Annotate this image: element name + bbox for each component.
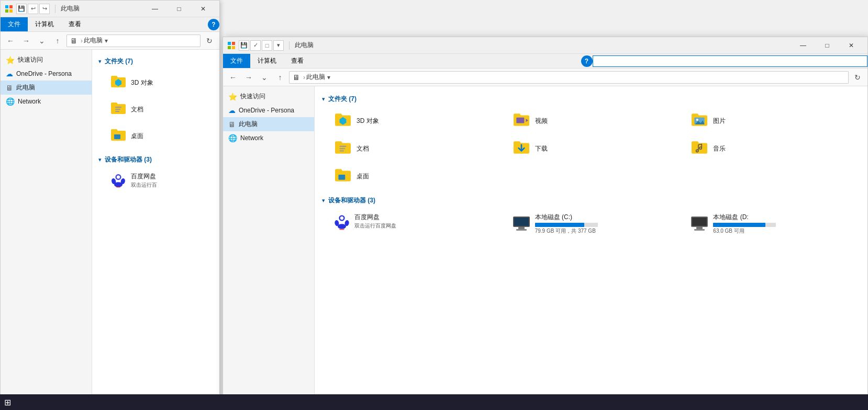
- up-button-1[interactable]: ↑: [51, 34, 64, 48]
- folder-doc-2[interactable]: 文档: [330, 136, 504, 161]
- svg-rect-38: [518, 227, 525, 229]
- svg-point-30: [340, 217, 343, 220]
- close-button-2[interactable]: ✕: [839, 37, 863, 54]
- drive-c-2[interactable]: 本地磁盘 (C:) 79.9 GB 可用，共 377 GB: [509, 210, 682, 237]
- back-button-2[interactable]: ←: [226, 71, 240, 84]
- svg-rect-41: [692, 218, 707, 226]
- sidebar-item-onedrive-2[interactable]: ☁ OneDrive - Persona: [223, 104, 314, 117]
- folder-3d-1[interactable]: 3D 对象: [107, 71, 213, 95]
- drive-d-bar-2: [713, 223, 765, 227]
- folder-download-2[interactable]: 下载: [509, 136, 682, 161]
- menu-tab-view-1[interactable]: 查看: [61, 17, 88, 31]
- refresh-button-2[interactable]: ↻: [851, 71, 864, 84]
- baidu-sub-1: 双击运行百: [131, 181, 157, 189]
- menu-tab-computer-2[interactable]: 计算机: [250, 54, 284, 68]
- sidebar-label-this-pc-1: 此电脑: [16, 83, 35, 92]
- address-dropdown-1[interactable]: ▾: [105, 37, 108, 44]
- folder-3d-2[interactable]: 3D 对象: [330, 109, 504, 133]
- forward-button-2[interactable]: →: [242, 71, 255, 84]
- help-button-2[interactable]: ?: [581, 55, 593, 67]
- maximize-button-2[interactable]: □: [815, 37, 839, 54]
- devices-toggle-2[interactable]: ▾: [322, 197, 325, 204]
- folder-music-label-2: 音乐: [713, 144, 726, 153]
- menu-tab-computer-1[interactable]: 计算机: [28, 17, 61, 31]
- sidebar-label-network-2: Network: [240, 134, 263, 142]
- baidu-sub-2: 双击运行百度网盘: [354, 222, 396, 230]
- forward-button-1[interactable]: →: [19, 34, 33, 48]
- folder-video-2[interactable]: 视频: [509, 109, 682, 133]
- undo-icon[interactable]: ↩: [28, 4, 38, 14]
- svg-rect-25: [340, 146, 347, 147]
- drive-baidu-1[interactable]: 百度网盘 双击运行百: [107, 169, 213, 191]
- sidebar-item-network-1[interactable]: 🌐 Network: [1, 95, 92, 108]
- svg-rect-42: [696, 227, 703, 229]
- star-icon-2: ⭐: [228, 93, 237, 101]
- sidebar-label-onedrive-2: OneDrive - Persona: [239, 107, 294, 114]
- check-icon-2[interactable]: ✓: [250, 40, 261, 51]
- folder-desktop-2[interactable]: 桌面: [330, 164, 504, 189]
- new-icon-2[interactable]: □: [262, 40, 272, 51]
- separator: [55, 5, 55, 13]
- sidebar-item-this-pc-2[interactable]: 🖥 此电脑: [223, 117, 314, 131]
- menu-tab-file-1[interactable]: 文件: [1, 17, 28, 31]
- redo-icon[interactable]: ↪: [39, 4, 50, 14]
- save-icon-2[interactable]: 💾: [239, 40, 249, 51]
- address-text-2: 此电脑: [306, 73, 325, 82]
- recent-button-2[interactable]: ⌄: [258, 71, 271, 84]
- folder-desktop-icon: [110, 127, 127, 145]
- address-bar-1[interactable]: 🖥 › 此电脑 ▾: [66, 35, 201, 47]
- pc-icon-2: 🖥: [228, 120, 236, 129]
- sidebar-item-network-2[interactable]: 🌐 Network: [223, 131, 314, 145]
- help-button-1[interactable]: ?: [208, 19, 219, 30]
- search-box-2[interactable]: [593, 55, 868, 67]
- drive-d-info-2: 本地磁盘 (D: 63.0 GB 可用: [713, 213, 776, 235]
- sidebar-item-quick-access-2[interactable]: ⭐ 快速访问: [223, 89, 314, 104]
- taskbar-start[interactable]: ⊞: [4, 397, 11, 407]
- refresh-button-1[interactable]: ↻: [203, 34, 216, 48]
- devices-toggle-1[interactable]: ▾: [98, 156, 102, 163]
- baidu-name-2: 百度网盘: [354, 213, 396, 222]
- drive-d-name-2: 本地磁盘 (D:: [713, 213, 776, 222]
- drive-d-free-2: 63.0 GB 可用: [713, 227, 776, 235]
- window-title-2: 此电脑: [295, 41, 540, 50]
- svg-rect-6: [115, 109, 120, 110]
- sidebar-item-quick-access-1[interactable]: ⭐ 快速访问: [1, 53, 92, 67]
- recent-button-1[interactable]: ⌄: [35, 34, 49, 48]
- folder-doc-label-2: 文档: [357, 144, 369, 153]
- back-button-1[interactable]: ←: [4, 34, 17, 48]
- address-bar-2[interactable]: 🖥 › 此电脑 ▾: [289, 71, 849, 84]
- up-button-2[interactable]: ↑: [273, 71, 287, 84]
- drive-d-2[interactable]: 本地磁盘 (D: 63.0 GB 可用: [687, 210, 860, 237]
- pc-icon-addr-1: 🖥: [70, 37, 77, 45]
- cloud-icon: ☁: [6, 70, 13, 78]
- menu-bar-1: 文件 计算机 查看 ?: [1, 17, 219, 32]
- maximize-button-1[interactable]: □: [167, 1, 191, 17]
- folder-music-2[interactable]: 音乐: [687, 136, 860, 161]
- sidebar-item-onedrive-1[interactable]: ☁ OneDrive - Persona: [1, 67, 92, 81]
- menu-tab-view-2[interactable]: 查看: [284, 54, 311, 68]
- menu-tab-file-2[interactable]: 文件: [223, 54, 250, 68]
- minimize-button-1[interactable]: —: [143, 1, 167, 17]
- folder-doc-label-1: 文档: [131, 105, 143, 114]
- minimize-button-2[interactable]: —: [791, 37, 815, 54]
- drive-baidu-2[interactable]: 百度网盘 双击运行百度网盘: [330, 210, 504, 237]
- folders-grid-2: 3D 对象 视频: [330, 109, 860, 189]
- save-icon[interactable]: 💾: [16, 4, 27, 14]
- folder-desktop-1[interactable]: 桌面: [107, 124, 213, 148]
- close-button-1[interactable]: ✕: [191, 1, 215, 17]
- folder-download-label-2: 下载: [535, 144, 548, 153]
- cloud-icon-2: ☁: [228, 106, 236, 115]
- sidebar-item-this-pc-1[interactable]: 🖥 此电脑: [1, 81, 92, 95]
- drive-c-icon: [512, 214, 531, 233]
- folder-download-icon-2: [512, 139, 531, 158]
- drop-icon-2[interactable]: ▾: [273, 40, 284, 51]
- folder-pictures-2[interactable]: 图片: [687, 109, 860, 133]
- address-dropdown-2[interactable]: ▾: [327, 74, 330, 81]
- folders-toggle-2[interactable]: ▾: [322, 96, 325, 102]
- folders-section-title-2: 文件夹 (7): [328, 95, 357, 104]
- drive-d-icon: [690, 214, 709, 233]
- window-controls-1: — □ ✕: [143, 1, 215, 17]
- folder-video-icon-2: [512, 111, 531, 131]
- folder-doc-1[interactable]: 文档: [107, 98, 213, 121]
- folders-toggle-1[interactable]: ▾: [98, 58, 102, 65]
